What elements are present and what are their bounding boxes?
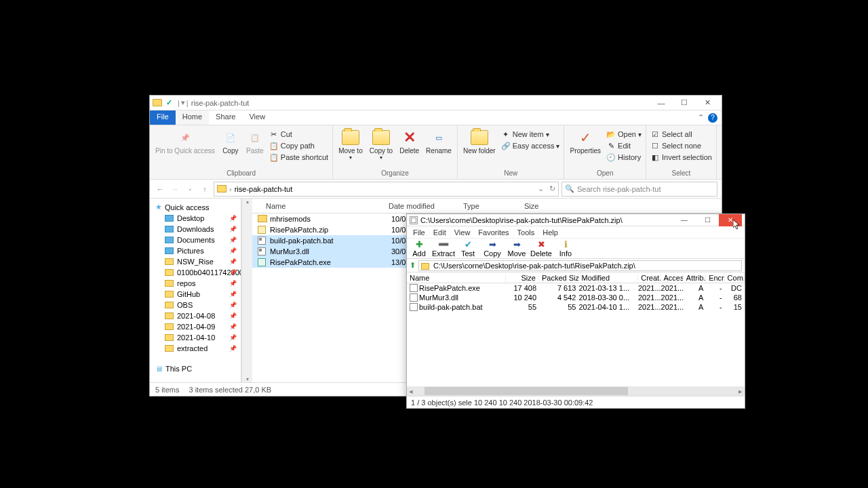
nav-scrollbar[interactable] [241,199,252,382]
select-none-button[interactable]: ☐Select none [649,140,713,151]
zip-menu-file[interactable]: File [410,228,429,237]
zip-maximize-button[interactable]: ☐ [696,214,719,226]
paste-shortcut-button[interactable]: 📋Paste shortcut [268,152,330,163]
address-bar[interactable]: › rise-pak-patch-tut ⌄ ↻ [214,182,559,197]
history-button[interactable]: 🕘History [605,152,643,163]
copy-path-button[interactable]: 📋Copy path [268,140,330,151]
sidebar-item[interactable]: 0100b04011742000📌 [150,267,241,278]
collapse-ribbon-icon[interactable]: ⌃ [698,113,704,122]
sidebar-item[interactable]: repos📌 [150,278,241,289]
forward-button[interactable]: → [169,183,181,195]
zip-file-row[interactable]: build-pak-patch.bat55552021-04-10 1...20… [407,302,745,312]
tab-file[interactable]: File [150,110,176,125]
edit-button[interactable]: ✎Edit [605,140,643,151]
dropdown-icon[interactable]: ▾ [181,98,185,107]
up-icon[interactable]: ⬆ [410,261,416,270]
zip-close-button[interactable]: ✕ [719,214,742,226]
column-name[interactable]: Name [252,202,384,210]
tab-home[interactable]: Home [176,110,209,125]
column-type[interactable]: Type [459,202,520,210]
sidebar-item[interactable]: Documents📌 [150,235,241,245]
zip-info-button[interactable]: ℹInfo [553,239,578,258]
cut-button[interactable]: ✂Cut [268,129,330,140]
titlebar[interactable]: ✓ | ▾ | rise-pak-patch-tut — ☐ ✕ [150,96,722,110]
scissors-icon: ✂ [269,129,279,139]
column-size[interactable]: Size [520,202,568,210]
sidebar-item[interactable]: Desktop📌 [150,213,241,224]
column-date[interactable]: Date modified [384,202,459,210]
zip-menu-edit[interactable]: Edit [430,228,450,237]
tab-share[interactable]: Share [209,110,242,125]
sidebar-item[interactable]: 2021-04-10📌 [150,332,241,343]
zip-col-size[interactable]: Size [506,274,539,282]
zip-move-button[interactable]: ➡Move [505,239,529,258]
minimize-button[interactable]: — [650,96,673,110]
recent-button[interactable]: ⌄ [184,183,196,195]
sidebar-item[interactable]: NSW_Rise📌 [150,256,241,267]
zip-copy-button[interactable]: ➡Copy [480,239,505,258]
scroll-right-icon[interactable]: ▸ [736,387,745,396]
zip-menu-help[interactable]: Help [539,228,561,237]
move-to-button[interactable]: Move to▾ [336,127,366,169]
rename-button[interactable]: ▭Rename [423,127,454,169]
zip-test-button[interactable]: ✔Test [456,239,480,258]
zip-menu-view[interactable]: View [451,228,474,237]
refresh-icon[interactable]: ↻ [549,184,555,193]
search-input[interactable]: 🔍 Search rise-pak-patch-tut [561,182,717,197]
zip-delete-button[interactable]: ✖Delete [529,239,553,258]
sidebar-item[interactable]: GitHub📌 [150,289,241,300]
zip-col-modified[interactable]: Modified [579,274,639,282]
sidebar-item[interactable]: extracted📌 [150,343,241,354]
invert-selection-button[interactable]: ◧Invert selection [649,152,713,163]
zip-titlebar[interactable]: C:\Users\corne\Desktop\rise-pak-patch-tu… [407,214,745,226]
zip-col-encrypted[interactable]: Encry... [706,274,724,282]
sidebar-item[interactable]: Downloads📌 [150,224,241,235]
this-pc[interactable]: 🖥This PC [150,362,241,375]
zip-col-accessed[interactable]: Acces... [661,274,684,282]
sidebar-item[interactable]: Pictures📌 [150,245,241,256]
zip-menu-favorites[interactable]: Favorites [475,228,512,237]
add-icon: ✚ [416,240,423,249]
scroll-left-icon[interactable]: ◂ [407,387,415,396]
zip-col-created[interactable]: Creat... [638,274,660,282]
easy-access-button[interactable]: 🔗Easy access ▾ [500,140,561,151]
back-button[interactable]: ← [154,183,166,195]
maximize-button[interactable]: ☐ [673,96,696,110]
chevron-down-icon[interactable]: ⌄ [538,184,544,193]
zip-col-attrib[interactable]: Attrib... [684,274,706,282]
paste-icon: 📋 [246,129,264,146]
quick-access-header[interactable]: ★Quick access [150,201,241,213]
sidebar-item[interactable]: OBS📌 [150,300,241,310]
pin-quick-access-button[interactable]: 📌Pin to Quick access [153,127,218,169]
zip-add-button[interactable]: ✚Add [407,239,431,258]
close-button[interactable]: ✕ [696,96,719,110]
scrollbar-thumb[interactable] [425,387,628,395]
zip-address-field[interactable]: C:\Users\corne\Desktop\rise-pak-patch-tu… [418,260,742,271]
zip-file-row[interactable]: MurMur3.dll10 2404 5422018-03-30 0...202… [407,293,745,302]
zip-col-name[interactable]: Name [407,274,506,282]
zip-extract-button[interactable]: ➖Extract [431,239,456,258]
sidebar-item[interactable]: 2021-04-09📌 [150,321,241,332]
pin-icon: 📌 [229,291,237,298]
up-button[interactable]: ↑ [199,183,211,195]
delete-button[interactable]: ✕Delete [397,127,422,169]
tab-view[interactable]: View [242,110,272,125]
copy-button[interactable]: 📄Copy [219,127,242,169]
sidebar-item[interactable]: 2021-04-08📌 [150,310,241,321]
zip-col-packed[interactable]: Packed Size [539,274,579,282]
new-folder-button[interactable]: New folder [460,127,498,169]
breadcrumb-item[interactable]: rise-pak-patch-tut [235,185,293,193]
zip-minimize-button[interactable]: — [673,214,696,226]
help-icon[interactable]: ? [708,113,717,123]
copy-to-button[interactable]: Copy to▾ [367,127,395,169]
select-all-button[interactable]: ☑Select all [649,129,713,140]
open-button[interactable]: 📂Open ▾ [605,129,643,140]
zip-file-row[interactable]: RisePakPatch.exe17 4087 6132021-03-13 1.… [407,283,745,293]
zip-horizontal-scrollbar[interactable]: ◂ ▸ [407,386,745,396]
zip-menu-tools[interactable]: Tools [514,228,538,237]
zip-col-comment[interactable]: Com... [725,274,745,282]
pin-icon: 📌 [229,334,237,341]
paste-button[interactable]: 📋Paste [243,127,267,169]
properties-button[interactable]: ✓Properties [567,127,604,169]
new-item-button[interactable]: ✦New item ▾ [500,129,561,140]
